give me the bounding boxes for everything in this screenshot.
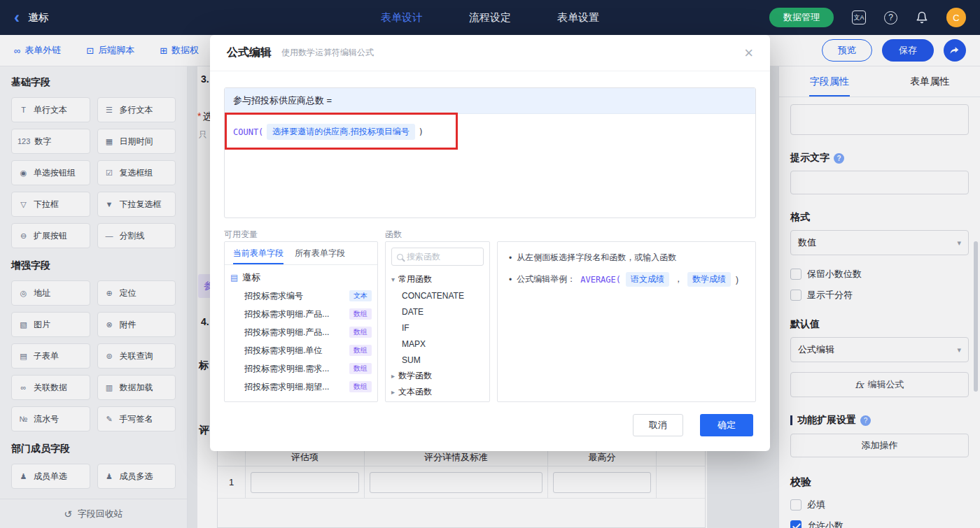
variables-panel: 当前表单字段所有表单字段 ▤ 邀标 招投标需求编号文本招投标需求明细.产品...… xyxy=(224,241,378,402)
search-placeholder: 搜索函数 xyxy=(407,251,440,263)
help-line-1: • 从左侧面板选择字段名和函数，或输入函数 xyxy=(509,252,744,264)
example-field-chip: 数学成绩 xyxy=(687,272,731,287)
var-tabs: 当前表单字段所有表单字段 xyxy=(225,242,377,265)
function-group-label: 数学函数 xyxy=(398,370,432,382)
variable-list: 招投标需求编号文本招投标需求明细.产品...数组招投标需求明细.产品...数组招… xyxy=(230,287,372,396)
function-group-label: 常用函数 xyxy=(398,273,432,285)
variables-label: 可用变量 xyxy=(224,229,258,241)
avatar[interactable]: C xyxy=(946,8,966,27)
variable-type-tag: 数组 xyxy=(349,345,372,356)
function-tree: ▾常用函数CONCATENATEDATEIFMAPXSUM▸数学函数▸文本函数 xyxy=(386,271,489,400)
confirm-button[interactable]: 确定 xyxy=(700,414,753,436)
formula-field-chip[interactable]: 选择要邀请的供应商.招投标项目编号 xyxy=(267,124,414,140)
chevron-right-icon: ▸ xyxy=(391,372,395,380)
modal-header: 公式编辑 使用数学运算符编辑公式 × xyxy=(210,35,770,71)
variable-name: 招投标需求明细.单位 xyxy=(244,345,346,357)
var-tab-1[interactable]: 当前表单字段 xyxy=(233,242,284,264)
variable-item[interactable]: 招投标需求编号文本 xyxy=(230,287,372,305)
variable-name: 招投标需求明细.期望... xyxy=(244,381,346,393)
bell-icon[interactable] xyxy=(916,11,928,24)
variable-name: 招投标需求明细.需求... xyxy=(244,363,346,375)
help-line-2: • 公式编辑举例： AVERAGE( 语文成绩 ， 数学成绩 ) xyxy=(509,272,744,287)
translate-icon[interactable]: 文A xyxy=(852,10,866,24)
variable-list-wrap: ▤ 邀标 招投标需求编号文本招投标需求明细.产品...数组招投标需求明细.产品.… xyxy=(225,265,377,399)
function-group-2[interactable]: ▸数学函数 xyxy=(386,368,489,384)
functions-panel: 搜索函数 ▾常用函数CONCATENATEDATEIFMAPXSUM▸数学函数▸… xyxy=(385,241,490,402)
variable-type-tag: 数组 xyxy=(349,363,372,374)
back-icon[interactable]: ‹ xyxy=(14,9,20,26)
function-search-input[interactable]: 搜索函数 xyxy=(391,248,484,266)
formula-close-paren: ) xyxy=(419,127,424,137)
page-title: 邀标 xyxy=(28,11,49,24)
modal-title: 公式编辑 xyxy=(227,45,272,60)
variable-name: 招投标需求明细.产品... xyxy=(244,308,346,320)
formula-editor-modal: 公式编辑 使用数学运算符编辑公式 × 参与招投标供应商总数 = COUNT( 选… xyxy=(210,35,770,451)
close-icon[interactable]: × xyxy=(744,45,753,61)
help-icon[interactable]: ? xyxy=(884,11,897,24)
function-group-3[interactable]: ▸文本函数 xyxy=(386,384,489,400)
variable-type-tag: 数组 xyxy=(349,308,372,320)
top-navbar: ‹ 邀标 表单设计流程设定表单设置 数据管理 文A ? C xyxy=(0,0,980,35)
function-item-MAPX[interactable]: MAPX xyxy=(386,336,489,352)
modal-footer: 取消 确定 xyxy=(633,414,753,436)
example-function-token: AVERAGE( xyxy=(580,275,621,285)
nav-tab-3[interactable]: 表单设置 xyxy=(557,11,599,24)
functions-label: 函数 xyxy=(385,229,402,241)
variable-name: 招投标需求明细.产品... xyxy=(244,327,346,338)
formula-input-area[interactable]: COUNT( 选择要邀请的供应商.招投标项目编号 ) xyxy=(225,114,755,150)
function-item-IF[interactable]: IF xyxy=(386,320,489,336)
variable-type-tag: 文本 xyxy=(349,290,372,301)
search-icon xyxy=(397,254,403,260)
form-tree-root[interactable]: ▤ 邀标 xyxy=(230,269,372,287)
formula-function-token: COUNT( xyxy=(233,127,263,137)
variable-type-tag: 数组 xyxy=(349,327,372,338)
variable-item[interactable]: 招投标需求明细.需求...数组 xyxy=(230,359,372,378)
scrollbar[interactable] xyxy=(974,241,978,392)
chevron-down-icon: ▾ xyxy=(391,276,395,283)
function-item-DATE[interactable]: DATE xyxy=(386,304,489,320)
formula-target-bar: 参与招投标供应商总数 = xyxy=(225,88,755,114)
variable-item[interactable]: 招投标需求明细.期望...数组 xyxy=(230,378,372,396)
example-field-chip: 语文成绩 xyxy=(626,272,669,287)
function-item-CONCATENATE[interactable]: CONCATENATE xyxy=(386,287,489,304)
data-manage-button[interactable]: 数据管理 xyxy=(769,8,834,27)
variable-item[interactable]: 招投标需求明细.产品...数组 xyxy=(230,323,372,341)
function-item-SUM[interactable]: SUM xyxy=(386,352,489,368)
variable-item[interactable]: 招投标需求明细.单位数组 xyxy=(230,341,372,359)
nav-right: 数据管理 文A ? C xyxy=(769,8,966,27)
chevron-right-icon: ▸ xyxy=(391,388,395,396)
variable-item[interactable]: 招投标需求明细.产品...数组 xyxy=(230,305,372,323)
function-group-label: 文本函数 xyxy=(398,386,432,398)
nav-tabs: 表单设计流程设定表单设置 xyxy=(381,0,599,35)
cancel-button[interactable]: 取消 xyxy=(633,414,683,436)
formula-editor-box: 参与招投标供应商总数 = COUNT( 选择要邀请的供应商.招投标项目编号 ) xyxy=(224,87,756,218)
variable-type-tag: 数组 xyxy=(349,381,372,392)
var-tab-2[interactable]: 所有表单字段 xyxy=(295,242,345,264)
modal-subtitle: 使用数学运算符编辑公式 xyxy=(281,47,374,59)
file-icon: ▤ xyxy=(230,273,238,283)
nav-tab-1[interactable]: 表单设计 xyxy=(381,11,423,24)
nav-tab-2[interactable]: 流程设定 xyxy=(469,11,511,24)
help-panel: • 从左侧面板选择字段名和函数，或输入函数 • 公式编辑举例： AVERAGE(… xyxy=(497,241,756,402)
variable-name: 招投标需求编号 xyxy=(244,290,346,302)
function-group-1[interactable]: ▾常用函数 xyxy=(386,271,489,287)
